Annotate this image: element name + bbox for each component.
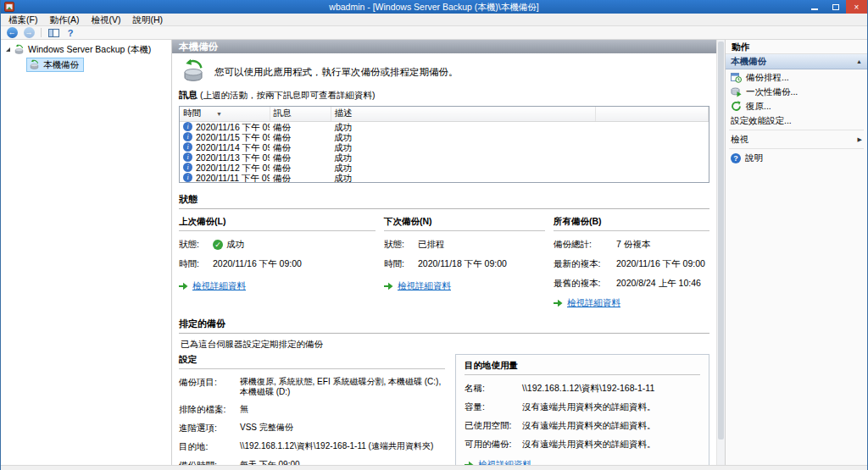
used-space-value: 沒有遠端共用資料夾的詳細資料。 bbox=[522, 420, 656, 432]
action-backup-schedule[interactable]: 備份排程... bbox=[726, 71, 867, 84]
window-title: wbadmin - [Windows Server Backup (本機)\本機… bbox=[1, 0, 867, 14]
messages-subtitle: (上週的活動，按兩下訊息即可查看詳細資料) bbox=[200, 90, 376, 100]
message-row[interactable]: i2020/11/14 下午 09:00 備份 成功 bbox=[180, 142, 709, 152]
main-content: 您可以使用此應用程式，執行單次備份或排程定期備份。 訊息 (上週的活動，按兩下訊… bbox=[172, 53, 716, 465]
available-backups-label: 可用的備份: bbox=[465, 439, 522, 451]
backup-items-value: 裸機復原, 系統狀態, EFI 系統磁碟分割, 本機磁碟 (C:), 本機磁碟 … bbox=[240, 377, 445, 397]
console-tree-icon bbox=[48, 29, 59, 37]
time-value: 2020/11/16 下午 09:00 bbox=[213, 258, 302, 270]
destination-view-details-link[interactable]: 檢視詳細資料 bbox=[478, 459, 531, 465]
tree-item-local-backup[interactable]: 本機備份 bbox=[26, 58, 84, 72]
success-check-icon: ✓ bbox=[213, 240, 223, 250]
column-header-time[interactable]: 時間▼ bbox=[180, 107, 270, 121]
actions-section-header[interactable]: 本機備份 ▲ bbox=[726, 54, 867, 69]
total-label: 備份總計: bbox=[554, 239, 616, 251]
column-header-description[interactable]: 描述 bbox=[331, 107, 595, 121]
message-type: 備份 bbox=[270, 163, 331, 173]
message-time: 2020/11/13 下午 09:00 bbox=[196, 152, 270, 163]
menu-action[interactable]: 動作(A) bbox=[43, 14, 85, 25]
menu-file[interactable]: 檔案(F) bbox=[3, 14, 43, 25]
title-bar: wbadmin - [Windows Server Backup (本機)\本機… bbox=[1, 0, 867, 14]
all-backups-group: 所有備份(B) 備份總計: 7 份複本 最新的複本: 2020/11/16 下午… bbox=[554, 216, 709, 309]
action-label: 一次性備份... bbox=[746, 86, 798, 98]
forward-button[interactable]: → bbox=[21, 27, 36, 39]
backup-app-icon bbox=[181, 58, 206, 84]
message-time: 2020/11/11 下午 09:00 bbox=[196, 173, 270, 183]
forward-icon: → bbox=[24, 27, 35, 38]
menu-view[interactable]: 檢視(V) bbox=[85, 14, 126, 25]
go-arrow-icon bbox=[554, 299, 563, 307]
back-button[interactable]: ← bbox=[4, 27, 19, 39]
last-backup-title: 上次備份(L) bbox=[179, 216, 376, 231]
all-backups-title: 所有備份(B) bbox=[554, 216, 709, 231]
tree-expander-icon[interactable] bbox=[6, 47, 10, 52]
status-section-header: 狀態 bbox=[179, 193, 709, 206]
message-time: 2020/11/12 下午 09:00 bbox=[196, 163, 270, 173]
column-header-message[interactable]: 訊息 bbox=[270, 107, 331, 121]
vertical-scrollbar[interactable] bbox=[716, 40, 725, 465]
message-row[interactable]: i2020/11/15 下午 09:00 備份 成功 bbox=[180, 132, 709, 142]
state-value: 成功 bbox=[226, 239, 244, 251]
back-icon: ← bbox=[7, 27, 18, 38]
window-bottom-frame bbox=[1, 465, 867, 470]
action-backup-once[interactable]: 一次性備份... bbox=[726, 86, 867, 98]
messages-title: 訊息 bbox=[179, 90, 198, 100]
toolbar-help-button[interactable]: ? bbox=[63, 27, 78, 39]
name-value: \\192.168.1.12\資料\192-168-1-11 bbox=[522, 383, 654, 395]
recover-icon bbox=[731, 101, 742, 112]
window-controls: × bbox=[804, 0, 867, 14]
main-pane: 本機備份 您可以使用此應用程式，執行單次備份或排程定期備份。 訊息 (上週的活動… bbox=[172, 40, 716, 465]
status-divider bbox=[179, 208, 709, 209]
oldest-copy-label: 最舊的複本: bbox=[554, 278, 616, 290]
message-type: 備份 bbox=[270, 152, 331, 163]
message-type: 備份 bbox=[270, 142, 331, 152]
message-row[interactable]: i2020/11/16 下午 09:00 備份 成功 bbox=[180, 121, 709, 132]
action-configure-performance[interactable]: 設定效能設定... bbox=[726, 114, 867, 127]
console-tree-toggle-button[interactable] bbox=[46, 27, 61, 39]
console-tree: Windows Server Backup (本機) 本機備份 bbox=[1, 40, 172, 465]
info-icon: i bbox=[183, 142, 192, 152]
go-arrow-icon bbox=[384, 282, 393, 290]
minimize-button[interactable] bbox=[804, 0, 825, 14]
message-type: 備份 bbox=[270, 121, 331, 132]
close-button[interactable]: × bbox=[846, 0, 867, 14]
info-icon: i bbox=[183, 173, 192, 182]
page-title: 本機備份 bbox=[172, 40, 716, 53]
backup-items-label: 備份項目: bbox=[179, 377, 240, 389]
message-description: 成功 bbox=[331, 132, 595, 142]
destination-usage-box: 目的地使用量 名稱:\\192.168.1.12\資料\192-168-1-11… bbox=[455, 354, 709, 465]
maximize-button[interactable] bbox=[825, 0, 846, 14]
app-icon bbox=[4, 2, 14, 12]
destination-value: \\192.168.1.12\資料\192-168-1-11 (遠端共用資料夾) bbox=[240, 441, 433, 451]
collapse-section-icon[interactable]: ▲ bbox=[856, 58, 862, 64]
action-label: 備份排程... bbox=[746, 72, 789, 84]
name-label: 名稱: bbox=[465, 383, 522, 395]
action-view[interactable]: 檢視 ▶ bbox=[726, 133, 867, 146]
message-row[interactable]: i2020/11/13 下午 09:00 備份 成功 bbox=[180, 152, 709, 163]
scheduled-subtitle: 已為這台伺服器設定定期排定的備份 bbox=[181, 339, 709, 351]
message-row[interactable]: i2020/11/12 下午 09:00 備份 成功 bbox=[180, 163, 709, 173]
message-row[interactable]: i2020/11/11 下午 09:00 備份 成功 bbox=[180, 173, 709, 183]
time-label: 時間: bbox=[179, 258, 213, 270]
actions-section-label: 本機備份 bbox=[731, 56, 766, 68]
messages-section-header: 訊息 (上週的活動，按兩下訊息即可查看詳細資料) bbox=[179, 89, 709, 102]
last-backup-view-details-link[interactable]: 檢視詳細資料 bbox=[192, 280, 246, 292]
scrollbar-thumb[interactable] bbox=[718, 41, 724, 440]
action-recover[interactable]: 復原... bbox=[726, 100, 867, 113]
capacity-label: 容量: bbox=[465, 401, 522, 413]
menu-help[interactable]: 說明(H) bbox=[126, 14, 169, 25]
scheduled-title: 排定的備份 bbox=[179, 318, 225, 329]
messages-table-container: 時間▼ 訊息 描述 i2020/11/16 下午 09:00 備份 成功 bbox=[179, 106, 709, 183]
message-description: 成功 bbox=[331, 121, 595, 132]
action-label: 說明 bbox=[745, 152, 763, 164]
tree-root-label: Windows Server Backup (本機) bbox=[28, 44, 151, 56]
next-backup-view-details-link[interactable]: 檢視詳細資料 bbox=[398, 280, 451, 292]
message-description: 成功 bbox=[331, 163, 595, 173]
action-help[interactable]: ? 說明 bbox=[726, 152, 867, 164]
all-backups-view-details-link[interactable]: 檢視詳細資料 bbox=[567, 297, 620, 309]
info-icon: i bbox=[183, 132, 192, 141]
last-backup-group: 上次備份(L) 狀態: ✓ 成功 時間: 2020/11/16 下午 09:00 bbox=[179, 216, 384, 309]
message-description: 成功 bbox=[331, 152, 595, 163]
tree-root-windows-server-backup[interactable]: Windows Server Backup (本機) bbox=[4, 42, 171, 57]
latest-copy-label: 最新的複本: bbox=[554, 258, 616, 270]
